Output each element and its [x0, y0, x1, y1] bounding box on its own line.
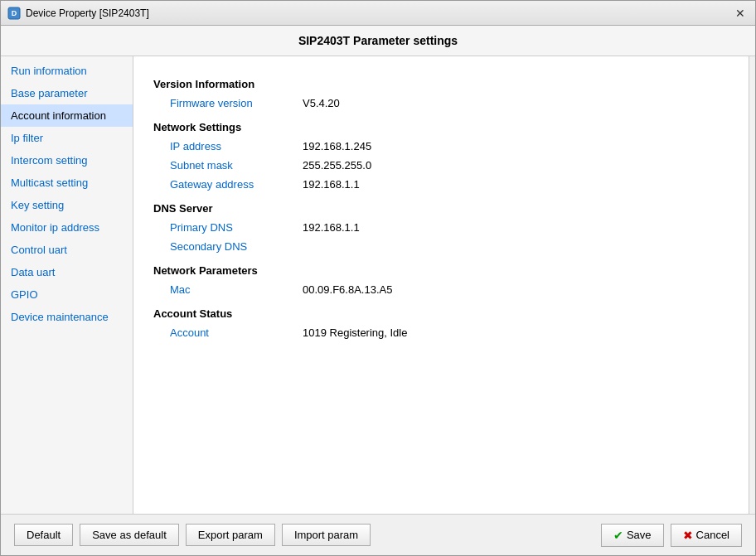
sidebar-item-control-uart[interactable]: Control uart: [1, 239, 133, 261]
content-area: Run informationBase parameterAccount inf…: [1, 56, 755, 514]
param-value: 192.168.1.245: [303, 140, 371, 152]
sidebar-item-account-information[interactable]: Account information: [1, 104, 133, 127]
cancel-label: Cancel: [696, 529, 729, 541]
param-row: IP address192.168.1.245: [153, 137, 729, 156]
footer-right-buttons: ✔Save✖Cancel: [601, 524, 742, 547]
title-bar-left: D Device Property [SIP2403T]: [7, 7, 149, 20]
param-label: Primary DNS: [170, 221, 303, 234]
sidebar-item-intercom-setting[interactable]: Intercom setting: [1, 149, 133, 172]
save-label: Save: [627, 529, 652, 541]
save-as-default-button[interactable]: Save as default: [80, 524, 179, 546]
close-button[interactable]: ✕: [732, 5, 749, 22]
param-row: Mac00.09.F6.8A.13.A5: [153, 280, 729, 299]
section-heading-version-information: Version Information: [153, 78, 729, 90]
title-bar: D Device Property [SIP2403T] ✕: [1, 1, 755, 26]
section-heading-network-parameters: Network Parameters: [153, 264, 729, 277]
sidebar-item-key-setting[interactable]: Key setting: [1, 194, 133, 216]
param-value: V5.4.20: [303, 97, 340, 109]
sidebar-item-ip-filter[interactable]: Ip filter: [1, 127, 133, 149]
section-heading-network-settings: Network Settings: [153, 121, 729, 133]
footer-left-buttons: DefaultSave as defaultExport paramImport…: [14, 524, 371, 546]
check-icon: ✔: [613, 529, 623, 542]
sidebar-item-monitor-ip-address[interactable]: Monitor ip address: [1, 216, 133, 239]
x-icon: ✖: [683, 529, 693, 542]
param-label: Account: [170, 326, 303, 339]
param-label: Gateway address: [170, 178, 303, 191]
dialog-header: SIP2403T Parameter settings: [1, 26, 755, 56]
sidebar-item-gpio[interactable]: GPIO: [1, 283, 133, 306]
param-label: Mac: [170, 283, 303, 296]
param-value: 255.255.255.0: [303, 159, 371, 172]
param-row: Firmware versionV5.4.20: [153, 94, 729, 113]
param-label: Secondary DNS: [170, 240, 303, 253]
export-param-button[interactable]: Export param: [186, 524, 275, 546]
param-row: Primary DNS192.168.1.1: [153, 218, 729, 237]
import-param-button[interactable]: Import param: [282, 524, 371, 546]
default-button[interactable]: Default: [14, 524, 73, 546]
section-heading-account-status: Account Status: [153, 307, 729, 320]
svg-text:D: D: [12, 9, 17, 17]
param-row: Account1019 Registering, Idle: [153, 323, 729, 342]
sidebar-item-base-parameter[interactable]: Base parameter: [1, 82, 133, 104]
main-content: Version InformationFirmware versionV5.4.…: [133, 56, 749, 514]
sidebar-item-data-uart[interactable]: Data uart: [1, 261, 133, 283]
param-label: IP address: [170, 140, 303, 152]
footer: DefaultSave as defaultExport paramImport…: [1, 514, 755, 555]
scrollbar: [749, 56, 755, 514]
param-value: 1019 Registering, Idle: [303, 326, 407, 339]
cancel-button[interactable]: ✖Cancel: [671, 524, 742, 547]
param-value: 00.09.F6.8A.13.A5: [303, 283, 392, 296]
sidebar-item-run-information[interactable]: Run information: [1, 60, 133, 82]
main-window: D Device Property [SIP2403T] ✕ SIP2403T …: [0, 0, 756, 556]
sidebar-item-multicast-setting[interactable]: Multicast setting: [1, 172, 133, 194]
app-icon: D: [7, 7, 21, 20]
param-label: Subnet mask: [170, 159, 303, 172]
param-row: Secondary DNS: [153, 237, 729, 256]
save-button[interactable]: ✔Save: [601, 524, 664, 547]
sidebar: Run informationBase parameterAccount inf…: [1, 56, 133, 514]
window-title: Device Property [SIP2403T]: [26, 7, 149, 19]
sidebar-item-device-maintenance[interactable]: Device maintenance: [1, 306, 133, 328]
param-value: 192.168.1.1: [303, 178, 360, 191]
section-heading-dns-server: DNS Server: [153, 202, 729, 215]
param-label: Firmware version: [170, 97, 303, 109]
param-row: Subnet mask255.255.255.0: [153, 156, 729, 175]
param-row: Gateway address192.168.1.1: [153, 175, 729, 194]
param-value: 192.168.1.1: [303, 221, 360, 234]
